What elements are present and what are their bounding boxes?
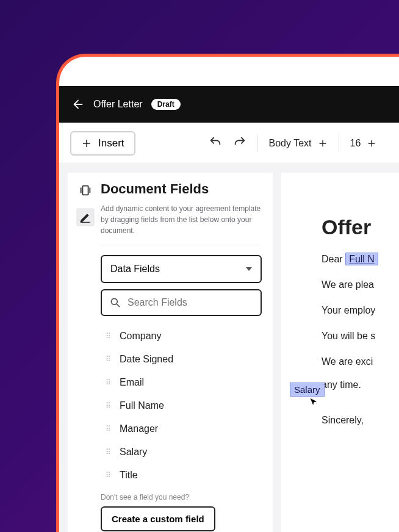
page-title: Offer Letter — [93, 99, 143, 110]
font-size-value: 16 — [350, 138, 361, 149]
fields-list: ⠿ Company ⠿ Date Signed ⠿ Email ⠿ Full N… — [101, 325, 262, 487]
create-custom-field-button[interactable]: Create a custom field — [101, 506, 215, 531]
field-label: Full Name — [120, 400, 164, 411]
drag-handle-icon: ⠿ — [106, 448, 111, 456]
drag-handle-icon: ⠿ — [106, 332, 111, 340]
field-token-fullname[interactable]: Full N — [345, 253, 378, 265]
text-style-selector[interactable]: Body Text — [269, 138, 328, 149]
app-header: Offer Letter Draft — [59, 86, 399, 123]
cursor-icon — [308, 397, 319, 410]
field-type-dropdown[interactable]: Data Fields — [101, 255, 262, 283]
text-style-label: Body Text — [269, 138, 312, 149]
custom-field-hint: Don't see a field you need? — [101, 493, 262, 501]
undo-icon — [209, 135, 222, 149]
field-manager[interactable]: ⠿ Manager — [101, 417, 262, 440]
toolbar: Insert Body Text 16 — [59, 123, 399, 164]
field-label: Salary — [120, 447, 147, 458]
font-size-selector[interactable]: 16 — [350, 138, 377, 149]
document-line: Your employ — [322, 305, 399, 316]
panel-title: Document Fields — [101, 181, 262, 197]
toolbar-center: Body Text 16 — [209, 135, 377, 152]
drag-handle-icon: ⠿ — [106, 378, 111, 387]
document-heading: Offer — [322, 215, 399, 239]
divider — [339, 135, 339, 152]
document-line: We are exci — [322, 356, 399, 367]
field-title[interactable]: ⠿ Title — [101, 464, 262, 487]
field-label: Date Signed — [120, 354, 173, 365]
panel-content: Document Fields Add dynamic content to y… — [96, 181, 262, 532]
divider — [257, 135, 258, 152]
svg-point-1 — [111, 298, 117, 304]
back-button[interactable] — [71, 98, 85, 111]
chevron-down-icon — [246, 267, 252, 271]
document-line: You will be s — [322, 331, 399, 342]
status-badge: Draft — [151, 99, 181, 110]
fields-panel: Document Fields Add dynamic content to y… — [68, 173, 273, 532]
greeting-prefix: Dear — [322, 254, 345, 264]
redo-button[interactable] — [233, 135, 246, 151]
drag-handle-icon: ⠿ — [106, 425, 111, 433]
undo-button[interactable] — [209, 135, 222, 151]
field-salary[interactable]: ⠿ Salary — [101, 440, 262, 464]
search-input[interactable] — [128, 297, 253, 308]
document-preview[interactable]: Offer Dear Full N We are plea Your emplo… — [281, 173, 399, 532]
drag-handle-icon: ⠿ — [106, 355, 111, 364]
plus-icon — [367, 138, 376, 148]
pen-icon — [79, 211, 92, 223]
field-label: Manager — [120, 423, 158, 434]
field-label: Email — [120, 377, 144, 388]
insert-button[interactable]: Insert — [70, 131, 135, 156]
search-icon — [109, 297, 121, 309]
document-line: Dear Full N — [322, 254, 399, 265]
document-icon — [79, 184, 92, 197]
panel-tabs — [75, 181, 96, 532]
document-line: We are plea — [322, 279, 399, 290]
field-date-signed[interactable]: ⠿ Date Signed — [101, 348, 262, 371]
plus-icon — [318, 138, 328, 148]
field-company[interactable]: ⠿ Company — [101, 325, 262, 348]
drag-handle-icon: ⠿ — [106, 401, 111, 410]
drag-handle-icon: ⠿ — [106, 471, 111, 480]
content-area: Document Fields Add dynamic content to y… — [59, 164, 399, 532]
svg-rect-0 — [82, 186, 88, 195]
document-signoff: Sincerely, — [322, 415, 399, 426]
insert-label: Insert — [98, 137, 124, 149]
redo-icon — [233, 135, 246, 149]
field-label: Company — [120, 331, 161, 342]
document-line: any time. — [322, 379, 399, 390]
field-email[interactable]: ⠿ Email — [101, 371, 262, 394]
plus-icon — [81, 138, 92, 149]
dragging-field-token[interactable]: Salary — [290, 383, 325, 397]
panel-description: Add dynamic content to your agreement te… — [101, 203, 262, 245]
tab-document[interactable] — [76, 181, 95, 200]
tab-sign[interactable] — [76, 208, 95, 226]
arrow-left-icon — [71, 98, 85, 111]
search-field-container[interactable] — [101, 289, 262, 316]
dropdown-label: Data Fields — [110, 264, 160, 275]
device-frame: Offer Letter Draft Insert Body Text — [56, 54, 399, 532]
field-full-name[interactable]: ⠿ Full Name — [101, 394, 262, 417]
field-label: Title — [120, 470, 138, 481]
